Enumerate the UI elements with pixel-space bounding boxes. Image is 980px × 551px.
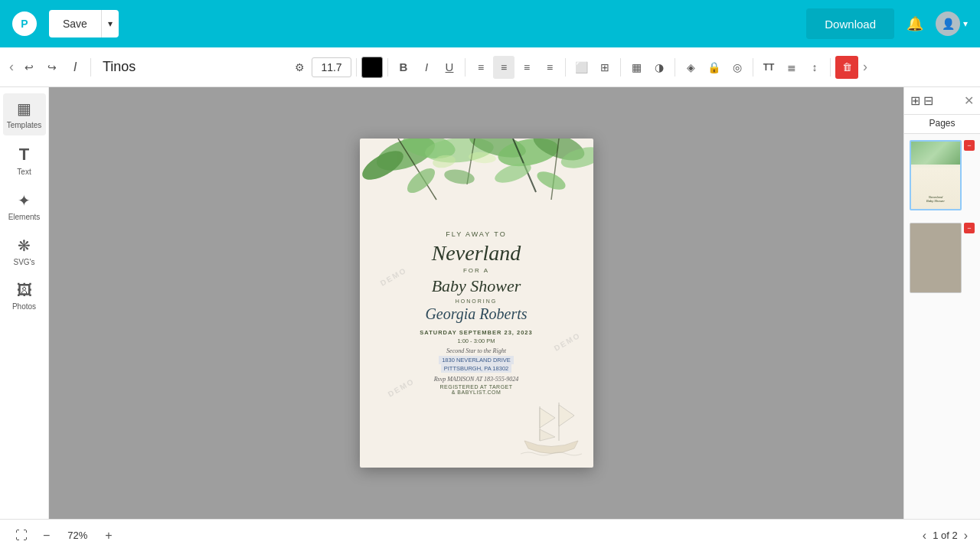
pages-panel-title: Pages <box>904 115 980 134</box>
canvas-area[interactable]: DEMO DEMO DEMO FLY AWAY TO Neverland FOR… <box>49 87 903 519</box>
crop-icon: ⊞ <box>600 61 609 73</box>
rsvp-text: Rsvp MADISON AT 183-555-9024 <box>434 376 519 383</box>
registered-text-1: REGISTERED AT TARGET <box>439 384 512 390</box>
cursor-button[interactable]: I <box>64 56 86 79</box>
separator-7 <box>675 58 675 77</box>
toolbar-nav-right[interactable]: › <box>860 56 871 78</box>
page-navigation: ‹ 1 of 2 › <box>923 529 968 543</box>
list-button[interactable]: ≣ <box>781 56 802 79</box>
time-text: 1:00 - 3:00 PM <box>457 337 495 344</box>
font-adjust-button[interactable]: ⚙ <box>289 56 310 79</box>
elements-icon: ✦ <box>18 191 31 210</box>
honoree-name-text[interactable]: Georgia Roberts <box>425 305 527 323</box>
separator-1 <box>90 58 91 77</box>
align-justify-button[interactable]: ≡ <box>539 56 560 79</box>
lock-button[interactable]: 🔒 <box>703 56 725 79</box>
separator-4 <box>465 58 466 77</box>
sidebar-item-photos[interactable]: 🖼 Photos <box>3 276 46 317</box>
undo-button[interactable]: ↩ <box>18 56 40 79</box>
zoom-out-button[interactable]: − <box>40 526 53 546</box>
foliage-decoration <box>360 139 593 246</box>
delete-icon: 🗑 <box>842 61 852 73</box>
baby-shower-text[interactable]: Baby Shower <box>432 276 521 296</box>
zoom-level-display: 72% <box>62 530 93 541</box>
toolbar: ‹ ↩ ↪ I ⚙ B I U ≡ ≡ ≡ ≡ ⬜ ⊞ ▦ ◑ ◈ 🔒 ◎ TT… <box>0 47 980 87</box>
sidebar-item-svgs[interactable]: ❋ SVG's <box>3 230 46 272</box>
font-adjust-icon: ⚙ <box>295 61 305 73</box>
page-item-front[interactable]: Front NeverlandBaby Shower − <box>910 140 975 210</box>
underline-button[interactable]: U <box>439 56 460 79</box>
frame-button[interactable]: ⬜ <box>570 56 593 79</box>
address-line2[interactable]: PITTSBURGH, PA 18302 <box>441 364 511 373</box>
download-button[interactable]: Download <box>806 8 894 39</box>
layer-icon: ▦ <box>632 61 642 73</box>
separator-3 <box>387 58 388 77</box>
text-size-button[interactable]: TT <box>758 56 779 79</box>
list-icon: ≣ <box>787 61 796 73</box>
italic-button[interactable]: I <box>416 56 437 79</box>
page-next-button[interactable]: › <box>964 529 968 543</box>
address-line1[interactable]: 1830 NEVERLAND DRIVE <box>439 356 514 364</box>
sidebar-item-templates[interactable]: ▦ Templates <box>3 93 46 135</box>
pages-grid-icon[interactable]: ⊟ <box>923 93 933 108</box>
save-dropdown-button[interactable]: ▾ <box>101 10 119 37</box>
page-back-delete-button[interactable]: − <box>964 223 975 233</box>
sidebar-item-text[interactable]: T Text <box>3 139 46 182</box>
invitation-card[interactable]: DEMO DEMO DEMO FLY AWAY TO Neverland FOR… <box>360 139 593 468</box>
frame-icon: ⬜ <box>575 61 588 73</box>
bold-button[interactable]: B <box>393 56 414 79</box>
effects-button[interactable]: ◈ <box>680 56 701 79</box>
fullscreen-icon: ⛶ <box>15 529 28 542</box>
toolbar-nav-left[interactable]: ‹ <box>6 56 17 78</box>
zoom-in-button[interactable]: + <box>102 526 115 546</box>
page-item-back[interactable]: Back − <box>910 223 975 293</box>
date-text[interactable]: SATURDAY SEPTEMBER 23, 2023 <box>420 329 532 336</box>
save-button-group: Save ▾ <box>49 10 119 37</box>
font-size-input[interactable] <box>312 57 351 77</box>
opacity-button[interactable]: ◑ <box>648 56 670 79</box>
sidebar-elements-label: Elements <box>8 213 41 221</box>
spacing-button[interactable]: ↕ <box>804 56 825 79</box>
pages-list: Front NeverlandBaby Shower − Back − <box>904 134 980 519</box>
save-button[interactable]: Save <box>49 10 101 37</box>
sidebar-item-elements[interactable]: ✦ Elements <box>3 185 46 227</box>
font-name-input[interactable] <box>96 55 287 79</box>
svg-point-13 <box>443 168 475 187</box>
notification-icon: 🔔 <box>906 15 923 32</box>
card-content: FLY AWAY TO Neverland FOR A Baby Shower … <box>360 230 593 395</box>
redo-button[interactable]: ↪ <box>41 56 63 79</box>
left-sidebar: ▦ Templates T Text ✦ Elements ❋ SVG's 🖼 … <box>0 87 49 519</box>
pages-tab-icon[interactable]: ⊞ <box>910 93 920 108</box>
align-right-button[interactable]: ≡ <box>516 56 537 79</box>
sidebar-templates-label: Templates <box>7 121 42 129</box>
registered-text-2: & BABYLIST.COM <box>452 390 501 395</box>
sidebar-text-label: Text <box>17 168 31 176</box>
color-swatch[interactable] <box>361 57 383 78</box>
fullscreen-button[interactable]: ⛶ <box>12 526 31 546</box>
page-prev-button[interactable]: ‹ <box>923 529 926 543</box>
crop-button[interactable]: ⊞ <box>594 56 616 79</box>
page-front-delete-button[interactable]: − <box>964 140 975 151</box>
opacity-icon: ◑ <box>655 61 664 73</box>
svg-point-12 <box>403 164 439 197</box>
page-front-thumbnail[interactable]: NeverlandBaby Shower <box>910 140 962 210</box>
app-logo[interactable]: P <box>12 11 37 36</box>
target-button[interactable]: ◎ <box>727 56 748 79</box>
notification-button[interactable]: 🔔 <box>900 12 929 35</box>
user-menu[interactable]: 👤 ▾ <box>936 11 968 36</box>
page-back-thumbnail[interactable] <box>910 223 962 293</box>
sidebar-svgs-label: SVG's <box>13 258 34 266</box>
pages-close-button[interactable]: ✕ <box>964 93 974 108</box>
address-script-text: Second Star to the Right <box>446 347 506 354</box>
align-center-button[interactable]: ≡ <box>493 56 514 79</box>
user-avatar: 👤 <box>936 11 960 36</box>
bottom-bar: ⛶ − 72% + ‹ 1 of 2 › <box>0 519 980 551</box>
separator-6 <box>620 58 621 77</box>
separator-2 <box>356 58 357 77</box>
layer-button[interactable]: ▦ <box>626 56 647 79</box>
neverland-text[interactable]: Neverland <box>432 241 521 266</box>
delete-button[interactable]: 🗑 <box>835 56 858 79</box>
align-left-button[interactable]: ≡ <box>470 56 492 79</box>
spacing-icon: ↕ <box>812 61 818 73</box>
separator-8 <box>753 58 753 77</box>
